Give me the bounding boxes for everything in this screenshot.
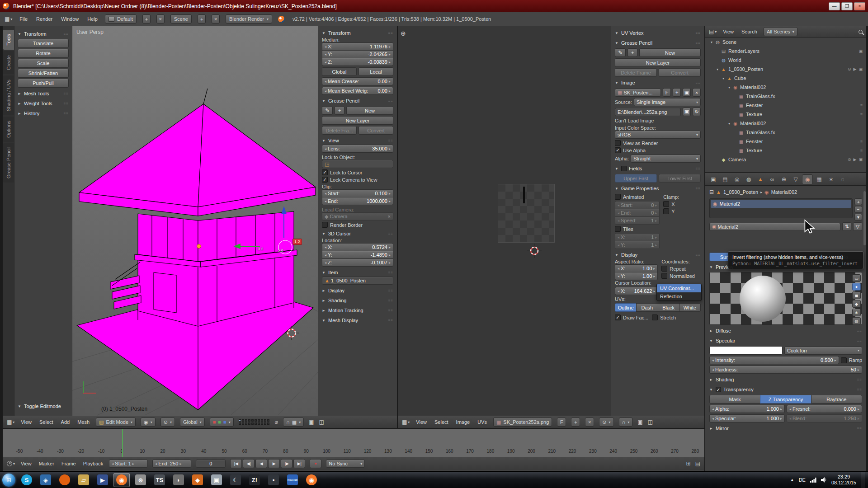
stretch-checkbox[interactable]: Stretch xyxy=(652,314,676,320)
record-button[interactable]: ● xyxy=(310,459,321,468)
search-icon[interactable] xyxy=(859,30,863,34)
tab-constraints[interactable]: ∞ xyxy=(767,174,778,184)
layer-dot[interactable] xyxy=(255,422,257,425)
layer-dot[interactable] xyxy=(255,419,257,422)
outliner-row[interactable]: ▤RenderLayers▣ xyxy=(705,47,866,56)
add-icon[interactable]: ＋ xyxy=(335,106,344,115)
outliner-row[interactable]: ▾◎Scene xyxy=(705,38,866,47)
new-image-button[interactable]: ＋ xyxy=(673,88,681,97)
menu-render[interactable]: Render xyxy=(35,15,54,23)
local-camera-field[interactable]: ◆Camera× xyxy=(322,212,393,221)
expand-region-icon[interactable]: ⊕ xyxy=(401,30,406,37)
slider-icon[interactable]: ≡ xyxy=(860,103,863,108)
clock[interactable]: 23:29 08.12.2015 xyxy=(831,474,856,486)
eye-icon[interactable]: ⊙ xyxy=(848,67,851,71)
taskbar-explorer[interactable]: ▱ xyxy=(75,473,92,487)
game-properties-panel[interactable]: ▼Game Properties≡≡ xyxy=(615,184,701,192)
render-opengl-icon[interactable]: ▣ xyxy=(309,419,314,425)
median-y-field[interactable]: ◂Y:-2.04265▸ xyxy=(322,50,393,58)
source-select[interactable]: Single Image▾ xyxy=(634,98,701,106)
timeline-playback-menu[interactable]: Playback xyxy=(82,460,105,467)
preview-cube-button[interactable]: ◼ xyxy=(852,291,861,299)
diffuse-panel[interactable]: ►Diffuse≡≡ xyxy=(709,327,862,335)
expander-icon[interactable]: ▾ xyxy=(709,40,714,44)
timeline-marker-menu[interactable]: Marker xyxy=(38,460,56,467)
select-icon[interactable]: ▶ xyxy=(854,67,857,71)
layer-dot[interactable] xyxy=(245,419,247,422)
properties-scrollbar[interactable] xyxy=(863,191,866,245)
fresnel-slider[interactable]: ◂Fresnel:0.000▸ xyxy=(787,405,862,413)
taskbar-skype[interactable]: S xyxy=(19,473,35,487)
layer-dot[interactable] xyxy=(251,419,254,422)
render-engine-select[interactable]: Blender Render ▾ xyxy=(226,14,272,23)
aspect-y-field[interactable]: ◂Y:1.00▸ xyxy=(615,272,658,280)
timeline-frame-menu[interactable]: Frame xyxy=(60,460,77,467)
tab-material[interactable]: ◉ xyxy=(802,174,813,184)
viewport-shading-select[interactable]: ◉▾ xyxy=(141,418,156,427)
sort-icon[interactable]: ⇅ xyxy=(842,222,851,231)
add-menu[interactable]: Add xyxy=(60,418,71,426)
fake-user-button[interactable]: F xyxy=(557,418,566,427)
expand-icon[interactable]: ◫ xyxy=(648,419,653,425)
language-indicator[interactable]: DE xyxy=(799,477,806,483)
taskbar-app-orange[interactable]: ◆ xyxy=(189,473,206,487)
layer-dot[interactable] xyxy=(245,422,247,425)
clamp-x-checkbox[interactable]: X xyxy=(663,201,701,207)
frame-end-field[interactable]: ◂End: 250▸ xyxy=(152,460,191,468)
raytrace-button[interactable]: Raytrace xyxy=(811,395,862,404)
hardness-slider[interactable]: ◂Hardness:50▸ xyxy=(709,366,862,374)
tiles-x-field[interactable]: ◂X:1▸ xyxy=(615,233,660,241)
slot-row[interactable]: ◉ Material2 xyxy=(711,200,851,208)
repeat-checkbox[interactable]: Repeat xyxy=(661,266,701,272)
slider-icon[interactable]: ≡ xyxy=(860,148,863,153)
layer-dot[interactable] xyxy=(267,422,269,425)
shelf-panel-history[interactable]: ►History≡≡ xyxy=(18,109,69,117)
slider-icon[interactable]: ≡ xyxy=(860,112,863,117)
select-icon[interactable]: ▶ xyxy=(854,157,857,162)
lock-camera-checkbox[interactable]: ✓Lock Camera to View xyxy=(322,177,393,183)
mirror-panel[interactable]: ►Mirror≡≡ xyxy=(709,424,862,432)
mode-select[interactable]: ▧Edit Mode▾ xyxy=(96,418,136,427)
specular-intensity-slider[interactable]: ◂Intensity:0.500▸ xyxy=(709,356,839,364)
autokey-icon[interactable]: ▤ xyxy=(695,460,700,467)
expander-icon[interactable]: ▾ xyxy=(715,67,720,71)
item-name-field[interactable]: ▲1_0500_Posten xyxy=(322,277,393,285)
outliner-row[interactable]: ▾▲Cube xyxy=(705,74,866,83)
uv-canvas[interactable]: ⊕ xyxy=(398,26,611,416)
specular-alpha-slider[interactable]: ◂Specular:1.000▸ xyxy=(709,414,785,422)
taskbar-rocrail[interactable]: Roc rail xyxy=(284,473,301,487)
image-datablock-field[interactable]: ▦SK_Posten... xyxy=(615,89,661,97)
lock-icon[interactable]: ⌀ xyxy=(275,419,278,425)
pin-icon[interactable]: ⊟ xyxy=(709,189,714,195)
taskbar-settings[interactable]: ⊛ xyxy=(132,473,149,487)
new-image-button[interactable]: ＋ xyxy=(571,418,580,427)
tool-rotate[interactable]: Rotate xyxy=(18,49,69,58)
layer-dot[interactable] xyxy=(264,422,266,425)
uv-selected-island[interactable] xyxy=(523,187,525,203)
tool-translate[interactable]: Translate xyxy=(18,39,69,48)
delete-frame-button[interactable]: Delete Frame xyxy=(615,68,657,77)
prev-keyframe-button[interactable]: ◀| xyxy=(243,459,255,468)
taskbar-blender[interactable]: ◉ xyxy=(113,473,130,487)
layer-dot[interactable] xyxy=(248,422,250,425)
reload-icon[interactable]: ↻ xyxy=(693,108,701,116)
uv-black-button[interactable]: Black xyxy=(658,303,679,312)
outliner-row[interactable]: ▦Fenster≡ xyxy=(705,101,866,110)
outliner-row[interactable]: ▦Fenster≡ xyxy=(705,137,866,146)
tab-texture[interactable]: ▦ xyxy=(814,174,825,184)
outliner-scope-select[interactable]: All Scenes▾ xyxy=(764,27,797,36)
add-icon[interactable]: ＋ xyxy=(627,48,637,57)
lens-field[interactable]: ◂Lens:35.000▸ xyxy=(322,145,393,153)
layer-dot[interactable] xyxy=(251,422,254,425)
use-alpha-checkbox[interactable]: ✓Use Alpha xyxy=(615,147,701,153)
ztransparency-button[interactable]: Z Transparency xyxy=(760,395,811,404)
outliner-row[interactable]: ▦Texture≡ xyxy=(705,110,866,119)
layer-dot[interactable] xyxy=(242,419,244,422)
editor-type-icon[interactable]: ▾ xyxy=(7,461,15,466)
taskbar-blender-2[interactable]: ◉ xyxy=(303,473,320,487)
mapping-option-reflection[interactable]: Reflection xyxy=(657,292,701,300)
unlink-image-button[interactable]: × xyxy=(585,418,594,427)
jump-to-end-button[interactable]: ▶| xyxy=(293,459,305,468)
scene-select[interactable]: Scene xyxy=(170,14,192,23)
blend-slider[interactable]: ◂Blend:1.250▸ xyxy=(787,414,862,422)
